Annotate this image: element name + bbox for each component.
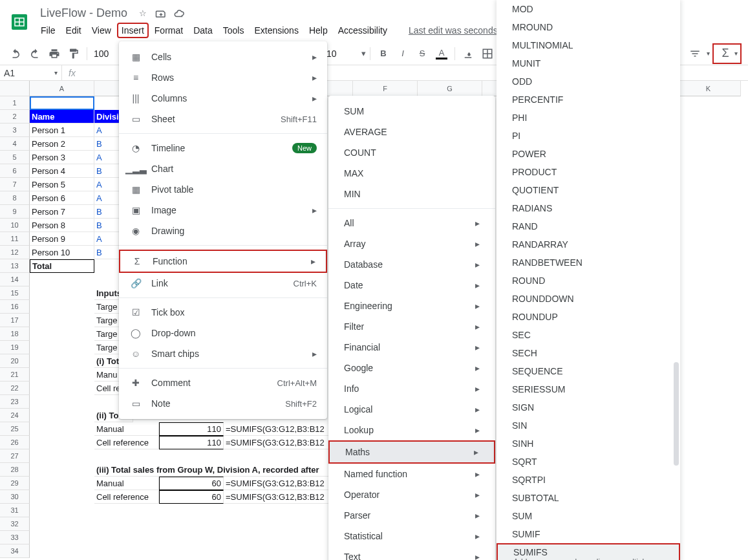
select-all-corner[interactable] <box>0 81 30 96</box>
row-header[interactable]: 5 <box>0 151 30 164</box>
row-header[interactable]: 13 <box>0 259 30 273</box>
italic-button[interactable]: I <box>394 45 412 63</box>
maths-fn-round[interactable]: ROUND <box>497 272 680 290</box>
cell[interactable]: Total <box>30 259 94 273</box>
insert-drawing[interactable]: ◉Drawing <box>119 221 327 241</box>
undo-button[interactable] <box>6 45 25 63</box>
fn-cat-statistical[interactable]: Statistical▸ <box>328 526 495 546</box>
name-box[interactable]: A1▾ <box>0 65 62 80</box>
maths-fn-power[interactable]: POWER <box>497 145 680 163</box>
cell[interactable]: B <box>94 137 120 151</box>
fn-cat-lookup[interactable]: Lookup▸ <box>328 420 495 440</box>
insert-cells[interactable]: ▦Cells▸ <box>119 47 327 67</box>
fn-cat-maths[interactable]: Maths▸ <box>328 440 495 464</box>
insert-chart[interactable]: ▁▂▃Chart <box>119 158 327 179</box>
cell[interactable]: (iii) Total sales from Group W, Division… <box>94 463 353 477</box>
row-header[interactable]: 7 <box>0 178 30 191</box>
chevron-down-icon[interactable]: ▾ <box>707 50 710 57</box>
cell[interactable]: Name <box>30 110 94 124</box>
insert-sheet[interactable]: ▭SheetShift+F11 <box>119 109 327 129</box>
col-header[interactable]: A <box>30 81 94 96</box>
paint-format-button[interactable] <box>65 45 83 63</box>
cell[interactable]: Person 6 <box>30 191 94 205</box>
cell[interactable]: B <box>94 164 120 178</box>
maths-fn-sec[interactable]: SEC <box>497 326 680 344</box>
menu-extensions[interactable]: Extensions <box>250 23 303 38</box>
cell[interactable]: A <box>94 151 120 164</box>
fn-cat-named-function[interactable]: Named function▸ <box>328 464 495 484</box>
cell[interactable]: 60 <box>159 477 224 490</box>
row-header[interactable]: 30 <box>0 490 30 504</box>
row-header[interactable]: 12 <box>0 246 30 259</box>
cell[interactable]: Person 8 <box>30 219 94 232</box>
text-color-button[interactable]: A <box>433 45 451 63</box>
maths-fn-multinomial[interactable]: MULTINOMIAL <box>497 36 680 54</box>
cell[interactable] <box>30 96 94 110</box>
print-button[interactable] <box>45 45 63 63</box>
cell[interactable]: 60 <box>159 490 224 504</box>
fn-cat-operator[interactable]: Operator▸ <box>328 484 495 505</box>
fn-cat-all[interactable]: All▸ <box>328 213 495 233</box>
strikethrough-button[interactable]: S <box>413 45 431 63</box>
borders-button[interactable] <box>478 45 497 63</box>
fn-cat-google[interactable]: Google▸ <box>328 358 495 378</box>
fn-cat-filter[interactable]: Filter▸ <box>328 316 495 337</box>
row-header[interactable]: 18 <box>0 327 30 341</box>
redo-button[interactable] <box>26 45 44 63</box>
maths-fn-radians[interactable]: RADIANS <box>497 199 680 217</box>
col-header[interactable]: K <box>676 81 741 96</box>
cell[interactable]: Manual <box>94 422 159 436</box>
maths-fn-percentif[interactable]: PERCENTIF <box>497 91 680 109</box>
menu-insert[interactable]: Insert <box>117 23 149 38</box>
maths-fn-subtotal[interactable]: SUBTOTAL <box>497 489 680 507</box>
menu-help[interactable]: Help <box>305 23 332 38</box>
maths-fn-sech[interactable]: SECH <box>497 344 680 362</box>
insert-link[interactable]: 🔗LinkCtrl+K <box>119 273 327 294</box>
cell[interactable]: Person 5 <box>30 178 94 191</box>
maths-fn-sign[interactable]: SIGN <box>497 398 680 416</box>
insert-note[interactable]: ▭NoteShift+F2 <box>119 393 327 414</box>
row-header[interactable]: 17 <box>0 314 30 327</box>
row-header[interactable]: 3 <box>0 124 30 137</box>
maths-fn-pi[interactable]: PI <box>497 127 680 145</box>
row-header[interactable]: 33 <box>0 531 30 544</box>
fn-max[interactable]: MAX <box>328 163 495 184</box>
row-header[interactable]: 16 <box>0 300 30 314</box>
insert-tick-box[interactable]: ☑Tick box <box>119 302 327 323</box>
fn-cat-date[interactable]: Date▸ <box>328 275 495 296</box>
maths-fn-sumif[interactable]: SUMIF <box>497 525 680 543</box>
menu-data[interactable]: Data <box>189 23 217 38</box>
chevron-down-icon[interactable]: ▾ <box>361 48 366 58</box>
menu-tools[interactable]: Tools <box>219 23 249 38</box>
maths-fn-mod[interactable]: MOD <box>497 0 680 18</box>
fn-cat-parser[interactable]: Parser▸ <box>328 505 495 526</box>
font-size-select[interactable]: 10 <box>324 47 360 60</box>
last-edit-link[interactable]: Last edit was seconds <box>409 25 498 36</box>
fn-sum[interactable]: SUM <box>328 101 495 122</box>
cell[interactable]: Manual <box>94 477 159 490</box>
row-header[interactable]: 9 <box>0 205 30 219</box>
row-header[interactable]: 15 <box>0 286 30 300</box>
maths-fn-randarray[interactable]: RANDARRAY <box>497 235 680 253</box>
insert-pivot-table[interactable]: ▦Pivot table <box>119 179 327 200</box>
cell[interactable]: Person 2 <box>30 137 94 151</box>
scrollbar-thumb[interactable] <box>674 362 679 466</box>
cell[interactable]: A <box>94 191 120 205</box>
row-header[interactable]: 31 <box>0 504 30 517</box>
maths-fn-roundup[interactable]: ROUNDUP <box>497 308 680 326</box>
insert-image[interactable]: ▣Image▸ <box>119 200 327 221</box>
row-header[interactable]: 25 <box>0 422 30 436</box>
cell[interactable]: Divisi <box>94 110 120 124</box>
row-header[interactable]: 8 <box>0 191 30 205</box>
maths-fn-phi[interactable]: PHI <box>497 109 680 127</box>
row-header[interactable]: 24 <box>0 409 30 422</box>
maths-fn-rand[interactable]: RAND <box>497 217 680 235</box>
menu-accessibility[interactable]: Accessibility <box>334 23 392 38</box>
cell[interactable]: A <box>94 178 120 191</box>
fn-cat-logical[interactable]: Logical▸ <box>328 399 495 420</box>
functions-button[interactable]: Σ <box>716 45 734 63</box>
maths-fn-randbetween[interactable]: RANDBETWEEN <box>497 253 680 272</box>
row-header[interactable]: 21 <box>0 368 30 382</box>
row-header[interactable]: 34 <box>0 544 30 558</box>
fn-cat-text[interactable]: Text▸ <box>328 546 495 560</box>
